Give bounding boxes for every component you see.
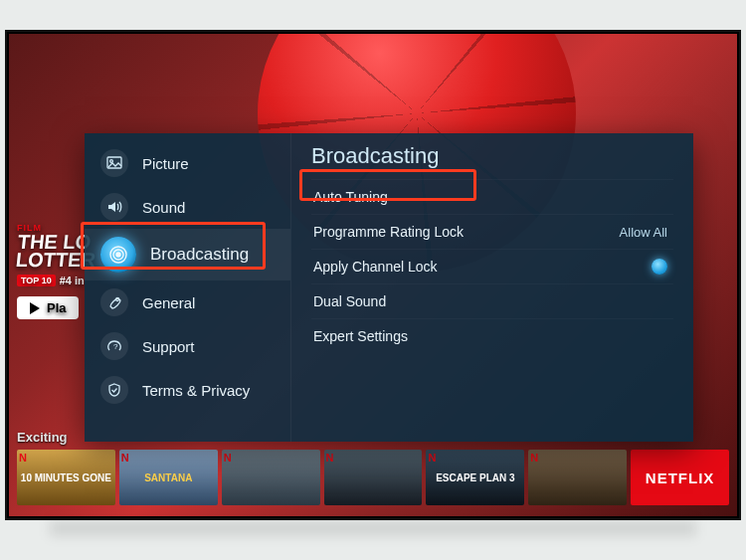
netflix-n-icon: N — [428, 452, 436, 464]
svg-text:?: ? — [113, 342, 118, 351]
thumbnail[interactable]: N — [324, 450, 423, 505]
thumbnail[interactable]: N — [222, 450, 320, 505]
netflix-n-icon: N — [326, 452, 334, 464]
tv-frame: FILM THE LO LOTTER TOP 10 #4 in Pla Exci… — [5, 30, 741, 520]
option-label: Apply Channel Lock — [313, 259, 438, 275]
tv-shadow — [50, 520, 696, 536]
sidebar-item-picture[interactable]: Picture — [85, 141, 290, 185]
netflix-n-icon: N — [224, 452, 232, 464]
terms-icon — [100, 376, 128, 404]
svg-point-1 — [110, 160, 113, 163]
general-icon — [100, 288, 128, 316]
panel-title: Broadcasting — [311, 141, 673, 179]
category-label: Exciting — [17, 430, 68, 445]
netflix-n-icon: N — [121, 452, 129, 464]
broadcasting-icon — [100, 237, 136, 273]
sidebar-item-broadcasting[interactable]: Broadcasting — [85, 229, 290, 280]
svg-point-5 — [116, 298, 119, 301]
sidebar-item-sound[interactable]: Sound — [85, 185, 290, 229]
sidebar-item-label: Picture — [142, 155, 189, 172]
sidebar-item-label: Terms & Privacy — [142, 382, 250, 399]
play-label: Pla — [47, 300, 67, 315]
sidebar-item-label: General — [142, 294, 195, 311]
top10-badge: TOP 10 — [17, 275, 56, 286]
sidebar-item-general[interactable]: General — [85, 280, 290, 324]
thumbnail[interactable]: NETFLIX — [631, 450, 729, 505]
settings-detail-panel: Broadcasting Auto Tuning Programme Ratin… — [291, 133, 693, 442]
option-label: Auto Tuning — [313, 189, 388, 205]
play-button[interactable]: Pla — [17, 296, 79, 319]
support-icon: ? — [100, 332, 128, 360]
option-auto-tuning[interactable]: Auto Tuning — [311, 179, 673, 214]
picture-icon — [100, 149, 128, 177]
option-dual-sound[interactable]: Dual Sound — [311, 283, 673, 318]
sidebar-item-terms[interactable]: Terms & Privacy — [85, 368, 290, 412]
netflix-n-icon: N — [530, 452, 538, 464]
option-label: Programme Rating Lock — [313, 224, 464, 240]
svg-point-2 — [116, 253, 120, 257]
thumbnail[interactable]: NSANTANA — [119, 450, 218, 505]
tv-screen: FILM THE LO LOTTER TOP 10 #4 in Pla Exci… — [9, 34, 737, 516]
sidebar-item-label: Sound — [142, 199, 185, 216]
sidebar-item-label: Support — [142, 338, 195, 355]
thumbnail-title: 10 MINUTES GONE — [21, 472, 111, 483]
rank-text: #4 in — [60, 275, 85, 286]
option-programme-rating-lock[interactable]: Programme Rating Lock Allow All — [311, 214, 673, 249]
play-icon — [29, 302, 41, 314]
toggle-indicator-icon — [652, 259, 667, 275]
sidebar-item-label: Broadcasting — [150, 245, 249, 265]
thumbnail[interactable]: N — [528, 450, 627, 505]
thumbnail[interactable]: NESCAPE PLAN 3 — [426, 450, 524, 505]
settings-sidebar: Picture Sound Broadcasting — [85, 133, 291, 442]
sound-icon — [100, 193, 128, 221]
option-value: Allow All — [620, 225, 667, 240]
sidebar-item-support[interactable]: ? Support — [85, 324, 290, 368]
thumbnail-row: N10 MINUTES GONE NSANTANA N N NESCAPE PL… — [17, 450, 729, 505]
thumbnail-title: ESCAPE PLAN 3 — [436, 472, 514, 483]
option-label: Dual Sound — [313, 293, 386, 309]
option-apply-channel-lock[interactable]: Apply Channel Lock — [311, 249, 673, 283]
netflix-n-icon: N — [19, 452, 27, 464]
option-label: Expert Settings — [313, 328, 408, 344]
thumbnail-title: NETFLIX — [646, 469, 715, 486]
settings-panel: Picture Sound Broadcasting — [85, 133, 693, 442]
thumbnail-title: SANTANA — [144, 472, 192, 483]
option-expert-settings[interactable]: Expert Settings — [311, 318, 673, 353]
thumbnail[interactable]: N10 MINUTES GONE — [17, 450, 115, 505]
